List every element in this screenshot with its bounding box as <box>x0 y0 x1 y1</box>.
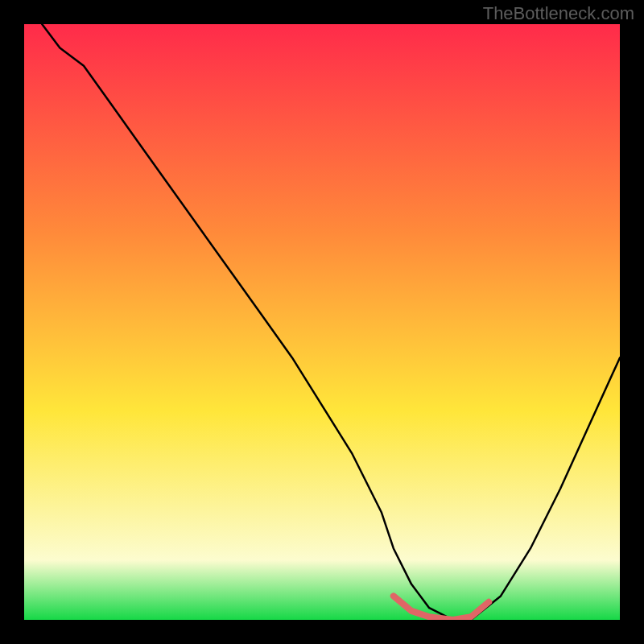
chart-frame: TheBottleneck.com <box>0 0 644 644</box>
gradient-background <box>24 24 620 620</box>
chart-svg <box>24 24 620 620</box>
plot-area <box>24 24 620 620</box>
watermark-text: TheBottleneck.com <box>483 3 634 24</box>
